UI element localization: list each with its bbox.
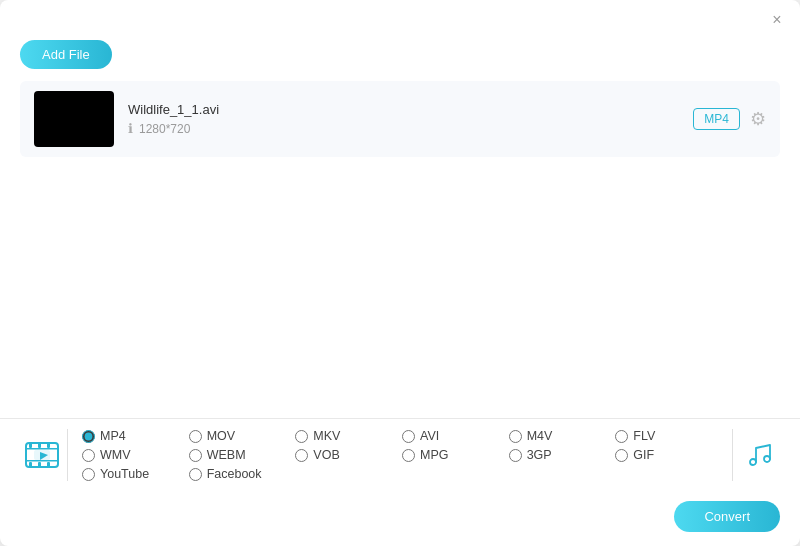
format-options: MP4 MOV MKV AVI M4V FLV WM: [82, 429, 722, 481]
format-facebook[interactable]: Facebook: [189, 467, 296, 481]
file-list: Wildlife_1_1.avi ℹ 1280*720 MP4 ⚙: [0, 81, 800, 418]
format-wmv-label: WMV: [100, 448, 131, 462]
svg-rect-7: [38, 462, 41, 467]
svg-rect-6: [29, 462, 32, 467]
format-mov-label: MOV: [207, 429, 235, 443]
main-window: × Add File Wildlife_1_1.avi ℹ 1280*720 M…: [0, 0, 800, 546]
svg-rect-1: [26, 448, 58, 450]
radio-3gp[interactable]: [509, 449, 522, 462]
format-gif-label: GIF: [633, 448, 654, 462]
convert-button[interactable]: Convert: [674, 501, 780, 532]
title-bar: ×: [0, 0, 800, 40]
format-mov[interactable]: MOV: [189, 429, 296, 443]
format-row: MP4 MOV MKV AVI M4V FLV WM: [16, 429, 784, 481]
convert-row: Convert: [0, 491, 800, 546]
radio-wmv[interactable]: [82, 449, 95, 462]
radio-mov[interactable]: [189, 430, 202, 443]
file-name: Wildlife_1_1.avi: [128, 102, 679, 117]
format-avi[interactable]: AVI: [402, 429, 509, 443]
format-mp4[interactable]: MP4: [82, 429, 189, 443]
format-mpg[interactable]: MPG: [402, 448, 509, 462]
file-thumbnail: [34, 91, 114, 147]
radio-m4v[interactable]: [509, 430, 522, 443]
svg-rect-3: [29, 443, 32, 448]
format-badge[interactable]: MP4: [693, 108, 740, 130]
file-item: Wildlife_1_1.avi ℹ 1280*720 MP4 ⚙: [20, 81, 780, 157]
radio-gif[interactable]: [615, 449, 628, 462]
format-vob[interactable]: VOB: [295, 448, 402, 462]
format-mkv-label: MKV: [313, 429, 340, 443]
music-icon: [744, 440, 774, 470]
format-flv[interactable]: FLV: [615, 429, 722, 443]
radio-youtube[interactable]: [82, 468, 95, 481]
file-resolution: 1280*720: [139, 122, 190, 136]
file-meta: ℹ 1280*720: [128, 121, 679, 136]
music-icon-area[interactable]: [732, 429, 784, 481]
radio-facebook[interactable]: [189, 468, 202, 481]
format-youtube[interactable]: YouTube: [82, 467, 189, 481]
svg-rect-8: [47, 462, 50, 467]
format-facebook-label: Facebook: [207, 467, 262, 481]
svg-point-11: [750, 459, 756, 465]
svg-rect-5: [47, 443, 50, 448]
film-icon-area[interactable]: [16, 429, 68, 481]
format-flv-label: FLV: [633, 429, 655, 443]
radio-flv[interactable]: [615, 430, 628, 443]
format-webm[interactable]: WEBM: [189, 448, 296, 462]
radio-mp4[interactable]: [82, 430, 95, 443]
add-file-button[interactable]: Add File: [20, 40, 112, 69]
format-youtube-label: YouTube: [100, 467, 149, 481]
format-m4v[interactable]: M4V: [509, 429, 616, 443]
format-panel: MP4 MOV MKV AVI M4V FLV WM: [0, 418, 800, 491]
format-avi-label: AVI: [420, 429, 439, 443]
radio-webm[interactable]: [189, 449, 202, 462]
settings-icon[interactable]: ⚙: [750, 108, 766, 130]
svg-rect-2: [26, 460, 58, 462]
format-3gp[interactable]: 3GP: [509, 448, 616, 462]
format-mpg-label: MPG: [420, 448, 448, 462]
file-actions: MP4 ⚙: [693, 108, 766, 130]
close-button[interactable]: ×: [768, 11, 786, 29]
format-webm-label: WEBM: [207, 448, 246, 462]
file-info: Wildlife_1_1.avi ℹ 1280*720: [128, 102, 679, 136]
radio-avi[interactable]: [402, 430, 415, 443]
radio-vob[interactable]: [295, 449, 308, 462]
film-icon: [24, 437, 60, 473]
format-m4v-label: M4V: [527, 429, 553, 443]
format-mp4-label: MP4: [100, 429, 126, 443]
svg-rect-4: [38, 443, 41, 448]
format-3gp-label: 3GP: [527, 448, 552, 462]
radio-mkv[interactable]: [295, 430, 308, 443]
toolbar: Add File: [0, 40, 800, 81]
format-wmv[interactable]: WMV: [82, 448, 189, 462]
info-icon: ℹ: [128, 121, 133, 136]
format-mkv[interactable]: MKV: [295, 429, 402, 443]
format-gif[interactable]: GIF: [615, 448, 722, 462]
radio-mpg[interactable]: [402, 449, 415, 462]
format-vob-label: VOB: [313, 448, 339, 462]
